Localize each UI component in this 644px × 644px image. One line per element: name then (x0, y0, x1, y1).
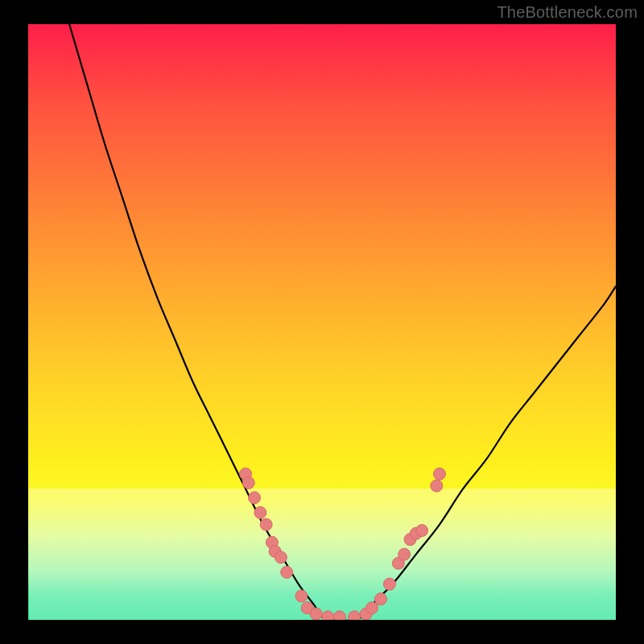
curve-marker (260, 518, 272, 530)
curve-marker (416, 525, 428, 537)
curve-marker (375, 593, 387, 605)
curve-marker (254, 506, 266, 518)
v-curve-path (69, 24, 616, 620)
curve-marker (242, 477, 254, 489)
curve-marker (322, 611, 334, 620)
curve-marker (398, 548, 411, 560)
attribution-label: TheBottleneck.com (497, 3, 638, 22)
curve-markers (240, 468, 446, 620)
curve-marker (434, 468, 446, 480)
plot-area (28, 24, 616, 620)
curve-marker (431, 480, 443, 492)
curve-marker (366, 602, 378, 614)
bottleneck-curve (69, 24, 616, 620)
chart-frame: TheBottleneck.com (0, 0, 644, 644)
curve-marker (281, 566, 293, 578)
curve-marker (349, 611, 361, 620)
curve-marker (249, 492, 261, 504)
chart-svg (28, 24, 616, 620)
curve-marker (295, 590, 308, 602)
curve-marker (383, 578, 395, 590)
curve-marker (275, 551, 287, 564)
curve-marker (333, 611, 345, 620)
curve-marker (310, 608, 322, 620)
